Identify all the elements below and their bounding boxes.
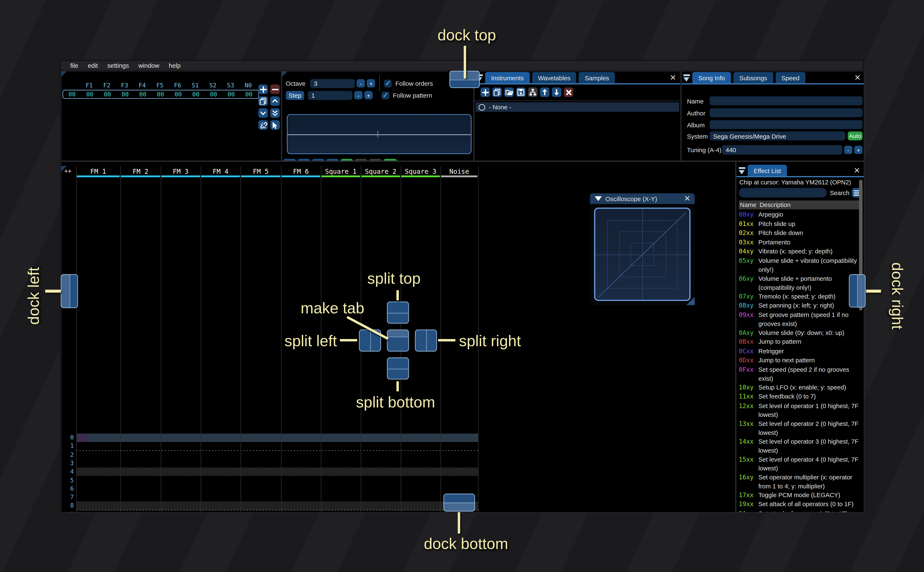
effect-search-input[interactable]	[739, 188, 827, 197]
tab-wavetables[interactable]: Wavetables	[532, 72, 577, 83]
poly-button[interactable]: Poly	[383, 159, 397, 161]
move-order-down-button[interactable]	[259, 108, 268, 118]
effect-entry-11xx[interactable]: 11xxSet feedback (0 to 7)	[739, 392, 862, 401]
split-right-target[interactable]	[415, 330, 437, 351]
collapse-triangle-icon[interactable]	[595, 196, 602, 201]
add-button[interactable]	[480, 87, 490, 97]
channel-header-square-3[interactable]: Square 3	[401, 166, 441, 177]
effect-entry-0Fxx[interactable]: 0FxxSet speed (speed 2 if no grooves exi…	[739, 365, 862, 382]
close-icon[interactable]: ✕	[683, 195, 691, 203]
tuning-input[interactable]: 440	[722, 145, 842, 155]
effect-entry-03xx[interactable]: 03xxPortamento	[739, 238, 862, 247]
menu-item-help[interactable]: help	[164, 62, 185, 69]
make-tab-target[interactable]	[387, 330, 409, 351]
auto-system-button[interactable]: Auto	[848, 132, 862, 140]
channel-header-square-1[interactable]: Square 1	[321, 166, 361, 177]
pattern-row-4[interactable]	[76, 468, 478, 476]
effect-entry-02xx[interactable]: 02xxPitch slide down	[739, 228, 862, 238]
play-button[interactable]	[283, 159, 296, 161]
system-input[interactable]: Sega Genesis/Mega Drive	[709, 132, 845, 140]
menu-item-file[interactable]: file	[65, 62, 83, 69]
remove-order-button[interactable]	[270, 84, 280, 94]
channel-header-fm-2[interactable]: FM 2	[120, 166, 161, 177]
order-to-bottom-button[interactable]	[270, 108, 280, 118]
effect-entry-0Bxx[interactable]: 0BxxJump to pattern	[739, 337, 862, 347]
effect-entry-08xy[interactable]: 08xySet panning (x: left; y: right)	[739, 301, 862, 310]
save-button[interactable]	[516, 87, 526, 97]
channel-header-noise[interactable]: Noise	[441, 166, 478, 177]
menu-item-settings[interactable]: settings	[103, 62, 134, 69]
effect-entry-09xx[interactable]: 09xxSet groove pattern (speed 1 if no gr…	[739, 310, 862, 328]
close-icon[interactable]: ✕	[853, 167, 861, 175]
effect-entry-16xy[interactable]: 16xySet operator multiplier (x: operator…	[739, 473, 862, 490]
menu-item-edit[interactable]: edit	[83, 62, 103, 69]
close-icon[interactable]: ✕	[669, 75, 677, 82]
effect-entry-0Dxx[interactable]: 0DxxJump to next pattern	[739, 356, 862, 365]
delete-button[interactable]	[564, 87, 573, 97]
record-button[interactable]	[340, 159, 353, 161]
follow-orders-checkbox[interactable]: ✓	[384, 79, 392, 87]
step-input[interactable]: 1	[308, 91, 352, 100]
dock-right-target[interactable]	[849, 274, 866, 308]
effect-entry-06xy[interactable]: 06xyVolume slide + portamento (compatibi…	[739, 274, 862, 292]
tab-effect-list[interactable]: Effect List	[748, 165, 787, 176]
tuning-plus-button[interactable]: +	[854, 146, 863, 154]
tab-song-info[interactable]: Song Info	[692, 72, 731, 83]
pattern-row-6[interactable]	[76, 485, 478, 493]
effect-entry-07xy[interactable]: 07xyTremolo (x: speed; y: depth)	[739, 292, 862, 301]
resize-grip[interactable]	[686, 297, 695, 305]
close-icon[interactable]: ✕	[854, 75, 862, 82]
tab-instruments[interactable]: Instruments	[485, 72, 530, 83]
channel-header-fm-3[interactable]: FM 3	[161, 166, 201, 177]
open-button[interactable]	[504, 87, 514, 97]
tab-samples[interactable]: Samples	[579, 72, 615, 83]
pattern-row-7[interactable]	[76, 493, 478, 502]
pattern-row-8[interactable]	[76, 502, 478, 510]
oscilloscope-title-bar[interactable]: Oscilloscope (X-Y) ✕	[590, 193, 695, 204]
channel-header-fm-4[interactable]: FM 4	[201, 166, 241, 177]
duplicate-button[interactable]	[492, 87, 502, 97]
effect-entry-1Axx[interactable]: 1AxxSet attack of operator 1 (0 to 1F)	[739, 509, 862, 512]
pattern-row-2[interactable]	[76, 451, 478, 459]
effect-entry-12xx[interactable]: 12xxSet level of operator 1 (0 highest, …	[739, 401, 862, 419]
pattern-row-1[interactable]	[76, 442, 478, 451]
add-order-button[interactable]	[259, 84, 268, 94]
unlink-order-button[interactable]	[259, 120, 268, 130]
effect-entry-01xx[interactable]: 01xxPitch slide up	[739, 219, 862, 228]
channel-header-square-2[interactable]: Square 2	[361, 166, 401, 177]
step-button[interactable]: Step	[286, 91, 304, 100]
pattern-row-5[interactable]	[76, 476, 478, 485]
step-row-button[interactable]	[326, 159, 339, 161]
collapse-arrow-icon[interactable]	[683, 75, 690, 82]
effect-entry-15xx[interactable]: 15xxSet level of operator 4 (0 highest, …	[739, 455, 862, 473]
dock-left-target[interactable]	[61, 274, 78, 308]
album-input[interactable]	[709, 120, 862, 129]
effect-entry-04xy[interactable]: 04xyVibrato (x: speed; y: depth)	[739, 247, 862, 256]
menu-item-window[interactable]: window	[134, 62, 164, 69]
effect-entry-17xx[interactable]: 17xxToggle PCM mode (LEGACY)	[739, 490, 862, 500]
tab-subsongs[interactable]: Subsongs	[733, 72, 773, 83]
effect-entry-0Cxx[interactable]: 0CxxRetrigger	[739, 347, 862, 356]
pattern-row-0[interactable]	[76, 434, 478, 442]
channel-header-fm-1[interactable]: FM 1	[76, 166, 120, 177]
play-pattern-button[interactable]	[298, 159, 310, 161]
channel-header-fm-5[interactable]: FM 5	[240, 166, 281, 177]
step-minus-button[interactable]: -	[354, 91, 363, 99]
order-row[interactable]: 0000000000000000000000	[62, 90, 259, 99]
author-input[interactable]	[709, 108, 862, 117]
move-down-button[interactable]	[552, 87, 561, 97]
toggle-folders-button[interactable]	[528, 87, 538, 97]
tuning-minus-button[interactable]: -	[844, 146, 852, 154]
order-edit-mode-button[interactable]	[270, 120, 280, 130]
step-plus-button[interactable]: +	[364, 91, 372, 99]
octave-minus-button[interactable]: -	[357, 79, 365, 87]
repeat-pattern-button[interactable]	[369, 159, 382, 161]
effect-entry-19xx[interactable]: 19xxSet attack of all operators (0 to 1F…	[739, 500, 862, 509]
effect-entry-10xy[interactable]: 10xySetup LFO (x: enable; y: speed)	[739, 383, 862, 392]
pattern-row-3[interactable]	[76, 459, 478, 468]
tab-speed[interactable]: Speed	[776, 72, 806, 83]
pattern-cursor-cell[interactable]	[76, 434, 87, 442]
follow-pattern-checkbox[interactable]: ✓	[382, 92, 390, 99]
order-list[interactable]: F1F2F3F4F5F6S1S2S3N000000000000000000000…	[62, 82, 259, 99]
pattern-corner-expand[interactable]: ++	[64, 168, 71, 174]
